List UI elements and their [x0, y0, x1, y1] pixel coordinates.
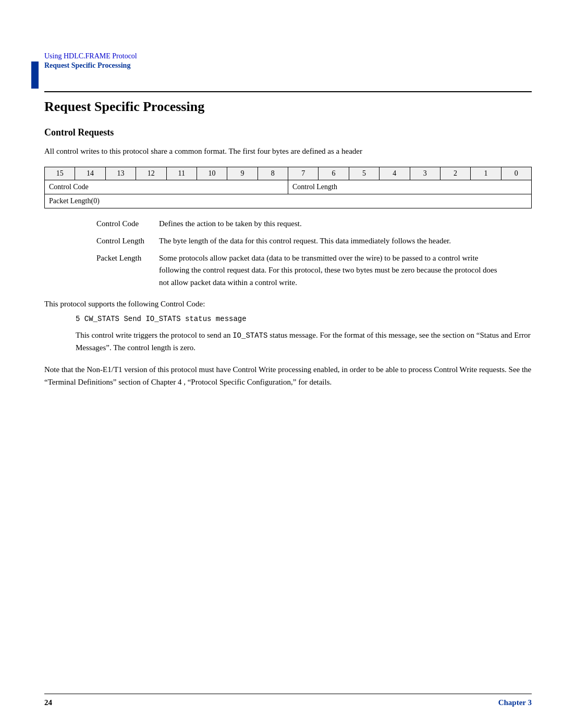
bit-7: 7: [288, 167, 319, 180]
bit-6: 6: [319, 167, 349, 180]
control-length-cell: Control Length: [288, 180, 532, 194]
def-row-control-length: Control Length The byte length of the da…: [96, 235, 500, 247]
def-term-control-length: Control Length: [96, 235, 159, 247]
supports-text: This protocol supports the following Con…: [44, 298, 532, 310]
definitions-list: Control Code Defines the action to be ta…: [96, 218, 500, 289]
def-desc-control-length: The byte length of the data for this con…: [159, 235, 500, 247]
bit-1: 1: [471, 167, 501, 180]
table-row-fields: Control Code Control Length: [45, 180, 532, 194]
footer-chapter-label: Chapter 3: [498, 698, 532, 707]
def-term-control-code: Control Code: [96, 218, 159, 230]
bit-10: 10: [197, 167, 227, 180]
bit-4: 4: [380, 167, 410, 180]
bit-13: 13: [105, 167, 136, 180]
table-row-bits: 15 14 13 12 11 10 9 8 7 6 5 4 3 2 1 0: [45, 167, 532, 180]
bit-14: 14: [75, 167, 105, 180]
def-desc-control-code: Defines the action to be taken by this r…: [159, 218, 500, 230]
bit-9: 9: [227, 167, 258, 180]
bit-5: 5: [349, 167, 379, 180]
bit-11: 11: [166, 167, 197, 180]
breadcrumb-current: Request Specific Processing: [44, 61, 532, 70]
blue-accent-bar: [31, 61, 39, 89]
def-desc-packet-length: Some protocols allow packet data (data t…: [159, 252, 500, 289]
intro-text: All control writes to this protocol shar…: [44, 145, 532, 157]
bit-8: 8: [258, 167, 288, 180]
breadcrumb-link[interactable]: Using HDLC.FRAME Protocol: [44, 52, 532, 60]
bit-15: 15: [45, 167, 75, 180]
bit-3: 3: [410, 167, 440, 180]
def-row-control-code: Control Code Defines the action to be ta…: [96, 218, 500, 230]
bit-12: 12: [136, 167, 166, 180]
main-content: Request Specific Processing Control Requ…: [44, 99, 532, 398]
control-write-desc: This control write triggers the protocol…: [76, 329, 532, 354]
bit-table: 15 14 13 12 11 10 9 8 7 6 5 4 3 2 1 0: [44, 167, 532, 208]
top-rule: [44, 91, 532, 92]
io-stats-inline: IO_STATS: [232, 331, 267, 340]
note-text: Note that the Non-E1/T1 version of this …: [44, 363, 532, 388]
packet-length-cell: Packet Length(0): [45, 194, 532, 208]
control-code-cell: Control Code: [45, 180, 288, 194]
table-row-packet-length: Packet Length(0): [45, 194, 532, 208]
page-title: Request Specific Processing: [44, 99, 532, 115]
code-block: 5 CW_STATS Send IO_STATS status message: [76, 315, 532, 323]
def-term-packet-length: Packet Length: [96, 252, 159, 264]
section-title: Control Requests: [44, 127, 532, 138]
footer: 24 Chapter 3: [44, 694, 532, 707]
header-section: Using HDLC.FRAME Protocol Request Specif…: [44, 52, 532, 70]
bit-2: 2: [440, 167, 470, 180]
footer-page-number: 24: [44, 698, 52, 707]
bit-0: 0: [501, 167, 531, 180]
def-row-packet-length: Packet Length Some protocols allow packe…: [96, 252, 500, 289]
page: Using HDLC.FRAME Protocol Request Specif…: [0, 0, 563, 728]
